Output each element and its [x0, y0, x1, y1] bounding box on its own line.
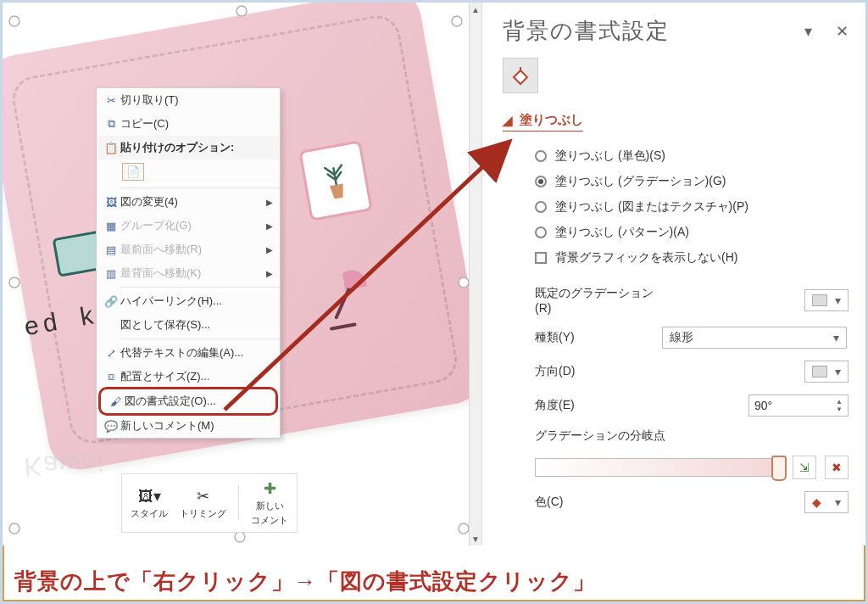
- label-preset-gradient: 既定のグラデーション(R): [535, 286, 662, 315]
- ctx-bring-front: ▤ 最前面へ移動(R) ▶: [97, 238, 280, 261]
- reflection-text: Kawsi: [23, 445, 106, 483]
- ctx-send-back: ▥ 最背面へ移動(K) ▶: [97, 261, 280, 285]
- pane-title: 背景の書式設定: [503, 16, 670, 46]
- remove-gradient-stop-button[interactable]: ✖: [825, 456, 849, 479]
- desk-lamp-illustration: [303, 260, 379, 337]
- ctx-copy[interactable]: ⧉ コピー(C): [97, 112, 280, 136]
- label-type: 種類(Y): [535, 330, 662, 345]
- combo-gradient-type[interactable]: 線形▾: [662, 327, 847, 349]
- fill-category-button[interactable]: [503, 58, 538, 93]
- link-icon: 🔗: [102, 295, 120, 308]
- picture-icon: 🖼: [102, 196, 120, 209]
- comment-icon: ✚: [264, 479, 276, 498]
- mini-toolbar: 🖼▾ スタイル ✂ トリミング ✚ 新しい コメント: [121, 473, 298, 533]
- format-icon: 🖌: [106, 395, 125, 408]
- combo-gradient-direction[interactable]: ▾: [804, 361, 849, 383]
- add-gradient-stop-button[interactable]: ⇲: [793, 456, 816, 479]
- ctx-change-picture[interactable]: 🖼 図の変更(4) ▶: [97, 190, 280, 214]
- svg-point-5: [9, 523, 19, 534]
- mini-style[interactable]: 🖼▾ スタイル: [131, 487, 168, 520]
- ctx-hyperlink[interactable]: 🔗 ハイパーリンク(H)...: [97, 289, 280, 313]
- gradient-stop-track[interactable]: [535, 458, 784, 477]
- alt-text-icon: ⤢: [102, 347, 120, 360]
- scroll-down-arrow[interactable]: ▼: [470, 532, 481, 545]
- ctx-group: ▦ グループ化(G) ▶: [97, 214, 280, 238]
- label-color: 色(C): [535, 495, 662, 510]
- svg-point-0: [9, 16, 19, 26]
- radio-pattern-fill[interactable]: 塗りつぶし (パターン)(A): [503, 220, 849, 245]
- chevron-right-icon: ▶: [266, 221, 273, 231]
- ctx-paste-options-header: 📋 貼り付けのオプション:: [97, 136, 280, 159]
- mini-new-comment[interactable]: ✚ 新しい コメント: [251, 479, 288, 527]
- pane-options-dropdown[interactable]: ▾: [804, 22, 812, 41]
- group-icon: ▦: [102, 220, 120, 232]
- context-menu: ✂ 切り取り(T) ⧉ コピー(C) 📋 貼り付けのオプション: 📄 🖼 図の変…: [96, 87, 281, 439]
- scroll-up-arrow[interactable]: ▲: [470, 3, 481, 16]
- spin-angle[interactable]: 90°▲▼: [748, 394, 849, 417]
- ctx-save-as-picture[interactable]: 図として保存(S)...: [97, 313, 280, 337]
- slide-canvas: ed k Kawsi ✂ 切り取り(T) ⧉ コピー(C) 📋 貼り付けのオプシ…: [3, 3, 481, 545]
- check-hide-bg-graphics[interactable]: 背景グラフィックを表示しない(H): [503, 245, 849, 271]
- chevron-right-icon: ▶: [266, 245, 273, 254]
- paste-option-icon[interactable]: 📄: [122, 163, 144, 181]
- collapse-triangle-icon: ◢: [503, 113, 513, 128]
- label-direction: 方向(D): [535, 364, 662, 379]
- radio-solid-fill[interactable]: 塗りつぶし (単色)(S): [503, 143, 849, 169]
- ctx-new-comment[interactable]: 💬 新しいコメント(M): [97, 414, 280, 438]
- radio-picture-texture-fill[interactable]: 塗りつぶし (図またはテクスチャ)(P): [503, 194, 849, 220]
- clipboard-icon: 📋: [102, 142, 120, 154]
- ctx-edit-alt-text[interactable]: ⤢ 代替テキストの編集(A)...: [97, 341, 280, 365]
- plant-illustration: [298, 140, 372, 221]
- chevron-right-icon: ▶: [266, 198, 273, 207]
- format-background-pane: 背景の書式設定 ▾ ✕ ◢ 塗りつぶし 塗りつぶし (単色)(S) 塗りつぶし …: [482, 3, 865, 545]
- mini-crop[interactable]: ✂ トリミング: [180, 487, 226, 520]
- ruler-icon: ⧈: [102, 370, 120, 383]
- ctx-format-picture[interactable]: 🖌 図の書式設定(O)...: [101, 389, 275, 413]
- copy-icon: ⧉: [102, 117, 120, 131]
- svg-point-2: [452, 16, 462, 26]
- gradient-stop-handle[interactable]: [771, 456, 787, 481]
- ctx-paste-icon-row[interactable]: 📄: [97, 159, 280, 186]
- svg-point-7: [459, 523, 469, 534]
- crop-icon: ✂: [197, 487, 209, 506]
- radio-gradient-fill[interactable]: 塗りつぶし (グラデーション)(G): [503, 169, 849, 194]
- instruction-text: 背景の上で「右クリック」→「図の書式設定クリック」: [14, 567, 596, 596]
- bring-front-icon: ▤: [102, 243, 120, 256]
- fill-section-header[interactable]: ◢ 塗りつぶし: [503, 112, 583, 131]
- scissors-icon: ✂: [102, 94, 120, 107]
- combo-stop-color[interactable]: ◆▾: [804, 491, 849, 513]
- svg-point-6: [235, 532, 245, 542]
- label-gradient-stops: グラデーションの分岐点: [535, 428, 849, 444]
- label-angle: 角度(E): [535, 398, 662, 413]
- chevron-right-icon: ▶: [266, 269, 273, 278]
- style-icon: 🖼▾: [138, 487, 161, 506]
- close-icon[interactable]: ✕: [836, 22, 849, 41]
- comment-icon: 💬: [102, 420, 120, 433]
- combo-preset-gradient[interactable]: ▾: [804, 289, 849, 311]
- send-back-icon: ▥: [102, 267, 120, 280]
- paint-bucket-icon: ◆: [812, 495, 821, 509]
- svg-point-3: [9, 277, 19, 288]
- ctx-size-position[interactable]: ⧈ 配置とサイズ(Z)...: [97, 365, 280, 389]
- ctx-cut[interactable]: ✂ 切り取り(T): [97, 88, 280, 112]
- vertical-scrollbar[interactable]: ▲ ▼: [469, 3, 482, 545]
